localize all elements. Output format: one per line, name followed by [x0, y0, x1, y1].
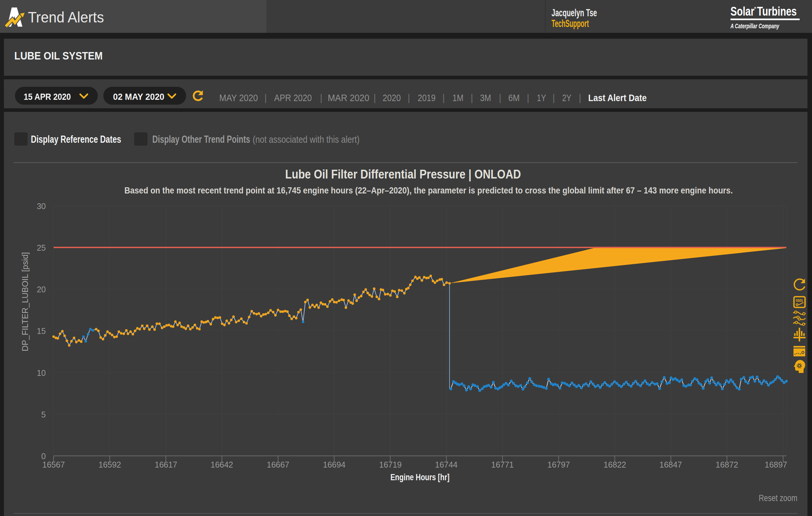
svg-text:16694: 16694 [323, 460, 346, 469]
svg-text:20: 20 [37, 285, 46, 294]
svg-text:(not associated with this aler: (not associated with this alert) [253, 134, 359, 145]
svg-text:10: 10 [37, 369, 46, 378]
svg-text:|: | [552, 93, 555, 103]
svg-text:Reset zoom: Reset zoom [759, 493, 798, 503]
svg-text:Engine Hours [hr]: Engine Hours [hr] [390, 472, 450, 482]
svg-text:1Y: 1Y [537, 93, 546, 103]
svg-text:Jacquelyn Tse: Jacquelyn Tse [552, 7, 597, 19]
svg-text:MAY 2020: MAY 2020 [219, 93, 258, 103]
svg-text:|: | [320, 93, 322, 103]
svg-text:Trend Alerts: Trend Alerts [28, 9, 104, 26]
svg-text:A Caterpillar Company: A Caterpillar Company [730, 22, 780, 30]
svg-text:16642: 16642 [210, 460, 233, 469]
svg-text:2019: 2019 [418, 93, 436, 103]
svg-text:16719: 16719 [379, 460, 402, 469]
svg-text:Lube Oil Filter Differential P: Lube Oil Filter Differential Pressure | … [285, 167, 521, 182]
svg-text:Display Other Trend Points: Display Other Trend Points [152, 134, 250, 145]
svg-text:6M: 6M [508, 93, 520, 103]
svg-text:02 MAY 2020: 02 MAY 2020 [113, 92, 164, 102]
svg-text:APR 2020: APR 2020 [274, 93, 312, 103]
svg-text:Solar Turbines: Solar Turbines [730, 4, 797, 18]
svg-text:2Y: 2Y [562, 93, 571, 103]
svg-text:1M: 1M [453, 93, 463, 103]
svg-text:LUBE OIL SYSTEM: LUBE OIL SYSTEM [14, 50, 103, 62]
svg-text:25: 25 [37, 243, 46, 252]
svg-text:Last Alert Date: Last Alert Date [588, 93, 647, 103]
svg-text:16667: 16667 [267, 460, 289, 469]
svg-text:16567: 16567 [42, 460, 65, 469]
svg-text:|: | [527, 93, 529, 103]
svg-text:16617: 16617 [154, 460, 177, 469]
svg-text:|: | [408, 93, 410, 103]
svg-text:16822: 16822 [604, 460, 626, 469]
svg-text:5: 5 [41, 410, 46, 419]
svg-text:15 APR 2020: 15 APR 2020 [24, 92, 71, 102]
svg-text:3M: 3M [480, 93, 491, 103]
svg-text:DP_FILTER_LUBOIL [psid]: DP_FILTER_LUBOIL [psid] [20, 252, 30, 351]
svg-text:15: 15 [37, 326, 46, 335]
svg-text:16897: 16897 [764, 460, 787, 469]
svg-text:16847: 16847 [659, 460, 682, 469]
svg-text:MAR 2020: MAR 2020 [328, 93, 369, 103]
svg-text:16872: 16872 [716, 460, 738, 469]
svg-text:Based on the most recent trend: Based on the most recent trend point at … [124, 185, 733, 195]
svg-text:TechSupport: TechSupport [552, 18, 589, 29]
svg-text:16771: 16771 [491, 460, 514, 469]
svg-text:|: | [442, 93, 445, 103]
svg-text:|: | [579, 93, 581, 103]
svg-text:Display Reference Dates: Display Reference Dates [31, 134, 121, 145]
svg-text:16744: 16744 [435, 460, 458, 469]
svg-text:|: | [374, 93, 376, 103]
svg-text:16592: 16592 [98, 460, 121, 469]
svg-text:|: | [471, 93, 473, 103]
svg-text:2020: 2020 [383, 93, 401, 103]
svg-text:0101: 0101 [796, 298, 803, 302]
svg-text:|: | [264, 93, 267, 103]
svg-text:16797: 16797 [547, 460, 570, 469]
svg-text:30: 30 [37, 201, 46, 211]
svg-text:|: | [499, 93, 501, 103]
svg-text:0: 0 [41, 452, 46, 461]
